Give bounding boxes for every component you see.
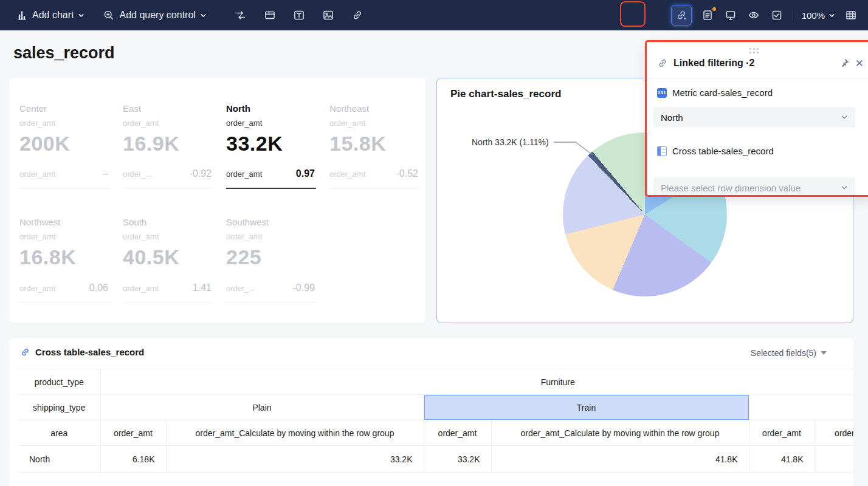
metric-card-south[interactable]: South order_amt 40.5K order_amt1.41 [123,217,213,302]
metric-sub-field: order_amt [123,284,159,293]
metric-field: order_amt [19,118,109,128]
metric-sub-value: 0.97 [296,168,315,179]
metric-field: order_amt [123,232,213,241]
chevron-down-icon [841,184,848,191]
column-group-furniture[interactable]: Furniture [100,369,853,395]
report-button[interactable] [700,8,715,22]
metric-card-center[interactable]: Center order_amt 200K order_amt– [19,103,109,189]
hyperlink-widget-button[interactable] [350,8,365,22]
metric-value: 200K [19,132,109,155]
triangle-down-icon [821,351,827,355]
page-title: sales_record [13,44,115,63]
watermark-preview-button[interactable] [746,8,761,22]
metric-sub-value: -0.99 [293,282,315,293]
measure-header: order_amt_Calculate by moving within the… [491,420,749,446]
cross-table-filter-select[interactable]: Please select row dimension value [653,177,855,196]
publish-check-button[interactable] [770,8,784,22]
corner-shipping-type: shipping_type [18,395,100,420]
column-group-train[interactable]: Train [424,395,749,420]
table-cell[interactable]: 41.8K [749,446,815,473]
table-cell[interactable]: 33.2K [424,446,491,473]
metric-card-southwest[interactable]: Southwest order_amt 225 order_...-0.99 [226,217,316,302]
chevron-down-icon [200,12,207,19]
metric-region: South [123,217,213,227]
metric-field: order_amt [329,118,419,128]
linked-filtering-popup: Linked filtering ·2 ✕ 231 Metric card-sa… [647,43,868,196]
magnifier-plus-icon [103,9,115,21]
table-cell[interactable]: 6.18K [100,446,166,473]
pie-slice-label: North 33.2K (1.11%) [472,137,549,147]
metric-region: Center [19,103,109,114]
column-group-empty [749,395,853,420]
tab-widget-button[interactable] [263,8,277,22]
metric-card-northeast[interactable]: Northeast order_amt 15.8K order_amt-0.52 [329,103,419,189]
metric-card-filter-select[interactable]: North [653,107,855,128]
metric-sub-field: order_... [226,284,255,293]
row-dimension-north[interactable]: North [18,446,100,473]
metric-region: East [123,103,213,114]
metric-field: order_amt [226,118,316,128]
metric-card-northwest[interactable]: Northwest order_amt 16.8K order_amt0.06 [19,217,109,302]
add-chart-button[interactable]: Add chart [16,9,84,21]
zoom-level-label: 100% [802,10,825,21]
add-query-control-label: Add query control [119,10,195,21]
drag-handle[interactable] [749,48,759,53]
table-cell[interactable]: 33.2K [166,446,424,473]
zoom-control[interactable]: 100% [802,10,835,21]
selected-fields-label: Selected fields(5) [751,348,816,358]
relation-widget-button[interactable] [233,8,248,22]
selected-fields-dropdown[interactable]: Selected fields(5) [751,348,827,358]
popup-item-label: Metric card-sales_record [672,87,773,98]
metric-value: 33.2K [226,132,316,155]
pie-chart-title: Pie chart-sales_record [450,88,561,100]
metric-field: order_amt [123,118,213,128]
metric-sub-value: -0.52 [396,168,418,179]
popup-item-cross-table: Cross table-sales_record [657,146,774,156]
pie-label-leader-line [551,135,600,160]
metric-value: 225 [226,246,316,269]
text-widget-button[interactable] [292,8,306,22]
linked-filtering-button[interactable] [671,5,692,26]
add-chart-label: Add chart [32,10,74,21]
chevron-down-icon [78,12,84,19]
popup-item-label: Cross table-sales_record [672,146,774,156]
chevron-down-icon [841,114,848,121]
measure-header: order_amt_Calculate by moving within the… [166,420,424,446]
metric-value: 16.9K [123,132,213,155]
cross-table-title: Cross table-sales_record [35,347,144,357]
measure-header: order_amt [815,420,853,446]
grid-view-button[interactable] [844,8,858,22]
metric-card-north[interactable]: North order_amt 33.2K order_amt0.97 [226,103,316,189]
metric-region: Northeast [329,103,419,114]
divider [647,78,868,78]
metric-field: order_amt [226,232,316,241]
metric-sub-value: -0.92 [190,168,212,179]
toolbar: Add chart Add query control [0,0,868,30]
toolbar-divider [793,10,793,21]
table-cell[interactable]: 41.8K [491,446,749,473]
select-value: North [661,112,683,123]
metric-value: 16.8K [19,246,109,269]
cross-table-icon [657,146,667,156]
metric-sub-field: order_amt [226,169,262,179]
metric-card-east[interactable]: East order_amt 16.9K order_...-0.92 [123,103,213,189]
add-query-control-button[interactable]: Add query control [103,9,206,21]
table-cell[interactable] [815,446,853,473]
column-group-plain[interactable]: Plain [100,395,424,420]
measure-header: order_amt [100,420,166,446]
pin-icon[interactable] [839,58,850,69]
linked-filter-icon [675,9,687,21]
device-preview-button[interactable] [723,8,738,22]
metric-region: Northwest [19,217,109,227]
bar-chart-icon [16,9,28,21]
corner-product-type: product_type [18,369,100,395]
linked-filter-icon [657,58,668,69]
cross-table-scroll-area[interactable]: product_type Furniture shipping_type Pla… [18,369,853,476]
metric-sub-field: order_amt [19,284,55,293]
image-widget-button[interactable] [321,8,336,22]
metric-region: Southwest [226,217,316,227]
close-icon[interactable]: ✕ [855,58,864,69]
metric-value: 40.5K [123,246,213,269]
metric-card-icon: 231 [657,88,667,98]
notification-badge [712,7,717,12]
